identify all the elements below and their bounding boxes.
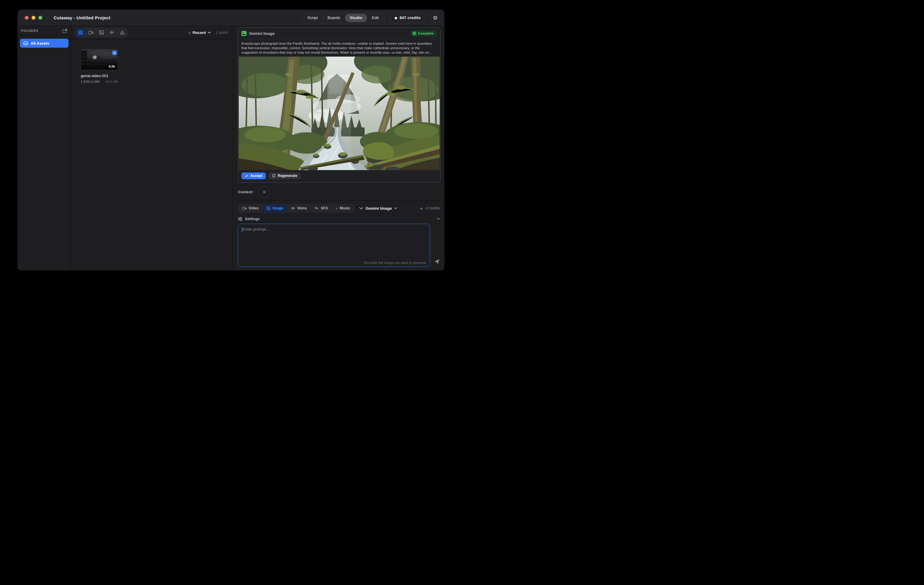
model-label: Gemini Image [366, 206, 392, 211]
inbox-tray-icon [23, 41, 28, 45]
prompt-box: Describe the image you want to generate [238, 224, 430, 267]
folders-header-label: FOLDERS [21, 29, 38, 33]
gear-icon: ⚙ [433, 15, 437, 21]
forest-artwork [239, 56, 440, 170]
image-icon [266, 207, 271, 210]
folder-plus-icon [62, 28, 67, 33]
add-context-button[interactable]: + [259, 187, 270, 197]
asset-thumbnail[interactable]: V 0:26 [81, 49, 118, 70]
asset-browser: ↑↓ Recent 1 asset [71, 26, 232, 270]
check-circle-icon [412, 31, 416, 35]
regenerate-button[interactable]: Regenerate [269, 172, 301, 179]
credits-button[interactable]: ◆ 847 credits [389, 13, 426, 23]
duration-badge: 0:26 [107, 64, 117, 69]
waveform-icon [109, 30, 114, 35]
grid-icon [78, 30, 83, 35]
cost-label: ~2 credits [424, 206, 440, 210]
asset-filter-group [75, 28, 128, 38]
nav-tab-script[interactable]: Script [303, 14, 323, 22]
pulse-icon [314, 207, 318, 210]
video-type-badge: V [112, 51, 117, 55]
diamond-icon: ◆ [394, 16, 397, 20]
media-tab-group: Video Image [238, 204, 355, 213]
prompt-hint: Describe the image you want to generate [364, 261, 426, 264]
paper-plane-icon [434, 259, 440, 264]
folders-sidebar: FOLDERS [18, 26, 71, 270]
accept-button[interactable]: Accept [241, 172, 266, 179]
settings-gear-button[interactable]: ⚙ [430, 13, 441, 23]
image-icon [99, 30, 104, 35]
generation-card: Gemini Image Complete A landscape photog… [238, 27, 441, 183]
tab-sfx[interactable]: SFX [311, 204, 331, 212]
settings-label: Settings [245, 217, 259, 221]
zoom-window-button[interactable] [38, 16, 42, 20]
traffic-lights [25, 16, 42, 20]
tab-label: SFX [321, 206, 328, 210]
generation-title: Gemini Image [249, 31, 274, 36]
app-window: Cutaway - Untitled Project Script Boards… [18, 10, 444, 270]
tab-image[interactable]: Image [263, 204, 287, 212]
asset-filesize: 39.6 MB [106, 80, 118, 83]
video-camera-icon [242, 207, 246, 210]
regenerate-label: Regenerate [278, 174, 297, 178]
generation-panel: Gemini Image Complete A landscape photog… [232, 26, 444, 270]
video-camera-icon [88, 31, 94, 35]
prompt-input[interactable] [238, 224, 430, 266]
asset-name: genai-video-001 [81, 74, 118, 78]
plus-icon: + [262, 189, 266, 195]
filter-all-button[interactable] [76, 28, 86, 37]
gemini-image-icon [241, 31, 246, 36]
tab-label: Music [340, 206, 350, 210]
filter-issues-button[interactable] [117, 28, 127, 37]
settings-accordion[interactable]: Settings [238, 217, 440, 221]
sort-arrows-icon: ↑↓ [188, 30, 191, 35]
diamond-icon: ◆ [420, 207, 422, 210]
asset-resolution: 1,920×1,080 [81, 80, 100, 83]
tab-label: Image [273, 206, 284, 210]
model-selector[interactable]: Gemini Image [359, 206, 398, 211]
nav-tab-boards[interactable]: Boards [323, 14, 345, 22]
tab-label: Video [249, 206, 259, 210]
asset-card[interactable]: V 0:26 genai-video-001 1,920×1,080 39.6 … [79, 47, 120, 86]
send-button[interactable] [434, 259, 440, 267]
check-icon [245, 174, 248, 177]
generated-image[interactable] [239, 56, 440, 170]
tab-music[interactable]: ♪ Music [332, 204, 354, 212]
generation-prompt-text: A landscape photograph from the Pacific … [238, 39, 440, 56]
refresh-icon [272, 174, 276, 177]
chevron-down-icon [437, 218, 440, 220]
status-badge: Complete [411, 30, 437, 36]
tab-video[interactable]: Video [238, 204, 262, 212]
music-note-icon: ♪ [336, 207, 338, 210]
nav-tab-edit[interactable]: Edit [367, 14, 383, 22]
title-bar: Cutaway - Untitled Project Script Boards… [18, 10, 444, 26]
credits-label: 847 credits [399, 15, 421, 20]
cost-estimate: ◆ ~2 credits [420, 206, 440, 210]
main-nav: Script Boards Studio Edit [301, 13, 386, 23]
context-label: Context: [238, 190, 254, 194]
filter-audio-button[interactable] [107, 28, 117, 37]
filter-video-button[interactable] [86, 28, 96, 37]
sidebar-item-all-assets[interactable]: All Assets [20, 39, 68, 48]
warning-triangle-icon [120, 30, 125, 35]
close-window-button[interactable] [25, 16, 28, 20]
waveform-icon [291, 207, 295, 210]
chevron-down-icon [359, 207, 363, 210]
status-label: Complete [418, 31, 434, 35]
accept-label: Accept [250, 174, 262, 178]
nav-tab-studio[interactable]: Studio [345, 14, 367, 22]
sort-dropdown[interactable]: ↑↓ Recent [188, 30, 211, 35]
tab-label: Voice [297, 206, 307, 210]
new-folder-button[interactable] [62, 28, 67, 33]
tab-voice[interactable]: Voice [287, 204, 310, 212]
filter-image-button[interactable] [96, 28, 106, 37]
window-title: Cutaway - Untitled Project [54, 15, 111, 20]
chevron-down-icon [394, 207, 397, 210]
sort-label: Recent [193, 30, 206, 35]
sliders-icon [238, 217, 242, 221]
minimize-window-button[interactable] [31, 16, 35, 20]
composer: Video Image [232, 200, 444, 270]
text-caret [242, 227, 242, 232]
asset-count: 1 asset [216, 30, 228, 35]
sidebar-item-label: All Assets [31, 41, 49, 46]
